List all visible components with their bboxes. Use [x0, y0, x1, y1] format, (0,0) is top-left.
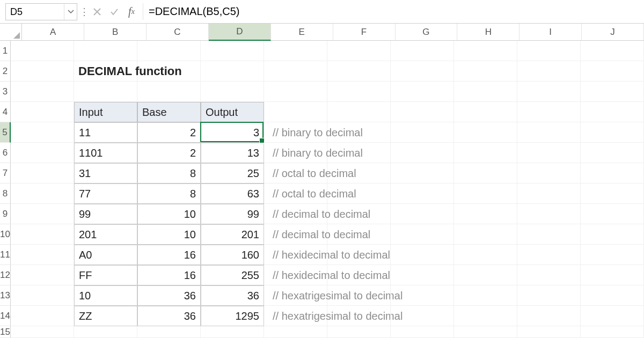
cell-input[interactable]: 1101	[74, 143, 137, 163]
cell-input[interactable]: 11	[74, 122, 137, 143]
cell-I11[interactable]	[517, 245, 581, 265]
cell-F9[interactable]	[327, 204, 391, 224]
cell-F13[interactable]	[327, 285, 391, 306]
cell-input[interactable]: 77	[74, 183, 137, 204]
cell-G15[interactable]	[391, 326, 454, 338]
col-header-B[interactable]: B	[84, 24, 147, 40]
header-base[interactable]: Base	[137, 102, 201, 122]
header-output[interactable]: Output	[201, 102, 264, 122]
fx-icon[interactable]: fx	[123, 4, 140, 20]
cell-B15[interactable]	[74, 326, 137, 338]
cell-A11[interactable]	[11, 245, 74, 265]
cell-G11[interactable]	[391, 245, 454, 265]
row-header-12[interactable]: 12	[0, 265, 11, 285]
cell-J11[interactable]	[581, 245, 644, 265]
col-header-D[interactable]: D	[209, 24, 271, 41]
cell-D3[interactable]	[201, 82, 264, 102]
cell-F14[interactable]	[327, 306, 391, 326]
col-header-C[interactable]: C	[147, 24, 209, 40]
cell-G13[interactable]	[391, 285, 454, 306]
cancel-icon[interactable]	[89, 4, 105, 20]
cell-A6[interactable]	[11, 143, 74, 163]
cell-output[interactable]: 201	[201, 224, 264, 245]
cell-G9[interactable]	[391, 204, 454, 224]
row-header-14[interactable]: 14	[0, 306, 11, 326]
cell-J1[interactable]	[581, 41, 644, 61]
cell-H3[interactable]	[454, 82, 517, 102]
cell-A14[interactable]	[11, 306, 74, 326]
cell-output[interactable]: 25	[201, 163, 264, 183]
cell-A12[interactable]	[11, 265, 74, 285]
row-header-9[interactable]: 9	[0, 204, 11, 224]
cell-J10[interactable]	[581, 224, 644, 245]
cell-D2[interactable]	[201, 61, 264, 82]
cell-output[interactable]: 160	[201, 245, 264, 265]
cell-A7[interactable]	[11, 163, 74, 183]
cell-J12[interactable]	[581, 265, 644, 285]
cell-base[interactable]: 2	[137, 143, 201, 163]
cell-base[interactable]: 10	[137, 204, 201, 224]
row-header-8[interactable]: 8	[0, 183, 11, 204]
row-header-4[interactable]: 4	[0, 102, 11, 122]
cell-B1[interactable]	[74, 41, 137, 61]
cell-E2[interactable]	[264, 61, 327, 82]
col-header-F[interactable]: F	[333, 24, 396, 40]
cell-F11[interactable]	[327, 245, 391, 265]
cell-A9[interactable]	[11, 204, 74, 224]
cell-comment[interactable]: // hexidecimal to decimal	[264, 245, 327, 265]
cell-A8[interactable]	[11, 183, 74, 204]
cell-input[interactable]: A0	[74, 245, 137, 265]
cell-I13[interactable]	[517, 285, 581, 306]
cell-base[interactable]: 8	[137, 183, 201, 204]
row-header-6[interactable]: 6	[0, 143, 11, 163]
cell-H14[interactable]	[454, 306, 517, 326]
cell-I9[interactable]	[517, 204, 581, 224]
name-box[interactable]	[6, 4, 64, 20]
cell-G6[interactable]	[391, 143, 454, 163]
cell-base[interactable]: 10	[137, 224, 201, 245]
cell-I12[interactable]	[517, 265, 581, 285]
cell-F4[interactable]	[327, 102, 391, 122]
cell-H5[interactable]	[454, 122, 517, 143]
cell-F8[interactable]	[327, 183, 391, 204]
cell-A3[interactable]	[11, 82, 74, 102]
cell-A13[interactable]	[11, 285, 74, 306]
cell-J14[interactable]	[581, 306, 644, 326]
cell-input[interactable]: FF	[74, 265, 137, 285]
cell-G10[interactable]	[391, 224, 454, 245]
cell-base[interactable]: 16	[137, 245, 201, 265]
cell-E4[interactable]	[264, 102, 327, 122]
row-header-15[interactable]: 15	[0, 326, 11, 338]
cell-I5[interactable]	[517, 122, 581, 143]
cell-J4[interactable]	[581, 102, 644, 122]
cell-G14[interactable]	[391, 306, 454, 326]
cell-G7[interactable]	[391, 163, 454, 183]
cell-J15[interactable]	[581, 326, 644, 338]
row-header-11[interactable]: 11	[0, 245, 11, 265]
cell-H10[interactable]	[454, 224, 517, 245]
cell-base[interactable]: 8	[137, 163, 201, 183]
cell-comment[interactable]: // hexatrigesimal to decimal	[264, 285, 327, 306]
cell-comment[interactable]: // binary to decimal	[264, 143, 327, 163]
cell-I6[interactable]	[517, 143, 581, 163]
cell-output[interactable]: 13	[201, 143, 264, 163]
cell-H11[interactable]	[454, 245, 517, 265]
cell-G12[interactable]	[391, 265, 454, 285]
cell-H15[interactable]	[454, 326, 517, 338]
col-header-G[interactable]: G	[396, 24, 458, 40]
cell-G4[interactable]	[391, 102, 454, 122]
cell-comment[interactable]: // binary to decimal	[264, 122, 327, 143]
cell-H9[interactable]	[454, 204, 517, 224]
cell-C15[interactable]	[137, 326, 201, 338]
cell-I7[interactable]	[517, 163, 581, 183]
row-header-7[interactable]: 7	[0, 163, 11, 183]
cell-H4[interactable]	[454, 102, 517, 122]
cell-B3[interactable]	[74, 82, 137, 102]
cell-J6[interactable]	[581, 143, 644, 163]
cell-G5[interactable]	[391, 122, 454, 143]
cell-F6[interactable]	[327, 143, 391, 163]
cell-G3[interactable]	[391, 82, 454, 102]
cells-area[interactable]: DECIMAL function	[11, 41, 644, 338]
cell-output[interactable]: 3	[201, 122, 264, 143]
cell-input[interactable]: 10	[74, 285, 137, 306]
